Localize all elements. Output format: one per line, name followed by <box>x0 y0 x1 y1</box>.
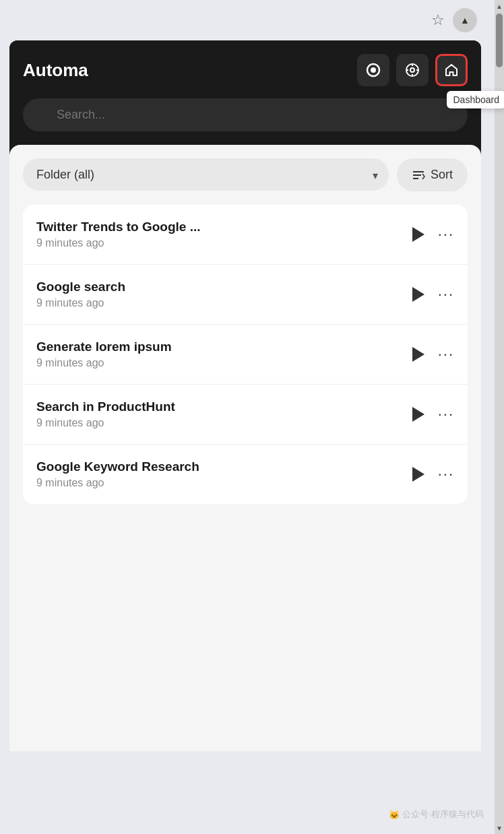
content-area: Folder (all) Folder 1 Folder 2 ▾ Sort <box>9 145 481 751</box>
play-button[interactable] <box>407 463 429 485</box>
workflow-info: Search in ProductHunt 9 minutes ago <box>36 399 399 429</box>
more-button[interactable]: ··· <box>438 286 454 303</box>
workflow-time: 9 minutes ago <box>36 357 399 369</box>
extensions-icon[interactable]: ▲ <box>453 8 477 32</box>
svg-point-1 <box>371 67 376 73</box>
play-icon <box>412 467 424 482</box>
workflow-info: Google Keyword Research 9 minutes ago <box>36 459 399 489</box>
record-button[interactable] <box>357 54 389 86</box>
scrollbar[interactable]: ▲ ▼ <box>495 0 504 834</box>
folder-select-wrapper: Folder (all) Folder 1 Folder 2 ▾ <box>23 158 389 191</box>
folder-select[interactable]: Folder (all) Folder 1 Folder 2 <box>23 158 389 191</box>
more-button[interactable]: ··· <box>438 466 454 483</box>
scroll-down-arrow[interactable]: ▼ <box>495 823 504 833</box>
sort-button[interactable]: Sort <box>397 158 468 191</box>
watermark-text: 公众号·程序猿与代码 <box>402 808 484 821</box>
workflow-time: 9 minutes ago <box>36 297 399 309</box>
browser-bar: ☆ ▲ <box>0 0 504 40</box>
workflow-actions: ··· <box>407 284 454 305</box>
play-icon <box>412 407 424 422</box>
scrollbar-thumb[interactable] <box>496 13 503 67</box>
workflow-time: 9 minutes ago <box>36 477 399 489</box>
workflow-name: Twitter Trends to Google ... <box>36 220 399 234</box>
star-icon[interactable]: ☆ <box>431 11 445 29</box>
play-icon <box>412 287 424 302</box>
table-row: Google Keyword Research 9 minutes ago ··… <box>23 445 468 504</box>
app-title: Automa <box>23 60 350 81</box>
play-button[interactable] <box>407 344 429 365</box>
workflow-actions: ··· <box>407 404 454 425</box>
watermark: 🐱 公众号·程序猿与代码 <box>389 808 484 821</box>
play-button[interactable] <box>407 404 429 425</box>
popup-header: Automa Dashboard <box>9 40 481 98</box>
more-button[interactable]: ··· <box>438 406 454 423</box>
extension-popup: Automa Dashboard <box>9 40 481 751</box>
workflow-actions: ··· <box>407 344 454 365</box>
workflow-list: Twitter Trends to Google ... 9 minutes a… <box>23 205 468 504</box>
search-input[interactable] <box>23 98 468 131</box>
watermark-icon: 🐱 <box>389 810 400 820</box>
workflow-info: Google search 9 minutes ago <box>36 280 399 309</box>
play-button[interactable] <box>407 284 429 305</box>
search-wrapper <box>23 98 468 131</box>
more-button[interactable]: ··· <box>438 226 454 243</box>
workflow-actions: ··· <box>407 463 454 485</box>
search-bar-container <box>9 98 481 145</box>
table-row: Generate lorem ipsum 9 minutes ago ··· <box>23 325 468 385</box>
workflow-name: Generate lorem ipsum <box>36 340 399 354</box>
play-icon <box>412 347 424 362</box>
workflow-time: 9 minutes ago <box>36 417 399 429</box>
svg-point-3 <box>410 68 414 72</box>
dashboard-button[interactable]: Dashboard <box>435 54 468 86</box>
workflow-time: 9 minutes ago <box>36 237 399 249</box>
workflow-name: Google Keyword Research <box>36 459 399 474</box>
sort-label: Sort <box>431 168 453 182</box>
workflow-name: Google search <box>36 280 399 294</box>
workflow-info: Generate lorem ipsum 9 minutes ago <box>36 340 399 369</box>
filter-bar: Folder (all) Folder 1 Folder 2 ▾ Sort <box>23 158 468 191</box>
table-row: Twitter Trends to Google ... 9 minutes a… <box>23 205 468 265</box>
table-row: Search in ProductHunt 9 minutes ago ··· <box>23 385 468 445</box>
scroll-up-arrow[interactable]: ▲ <box>495 1 504 11</box>
table-row: Google search 9 minutes ago ··· <box>23 265 468 325</box>
more-button[interactable]: ··· <box>438 346 454 363</box>
play-button[interactable] <box>407 224 429 245</box>
workflow-info: Twitter Trends to Google ... 9 minutes a… <box>36 220 399 249</box>
workflow-name: Search in ProductHunt <box>36 399 399 414</box>
target-button[interactable] <box>396 54 429 86</box>
play-icon <box>412 227 424 242</box>
workflow-actions: ··· <box>407 224 454 245</box>
dashboard-tooltip: Dashboard <box>447 91 505 108</box>
